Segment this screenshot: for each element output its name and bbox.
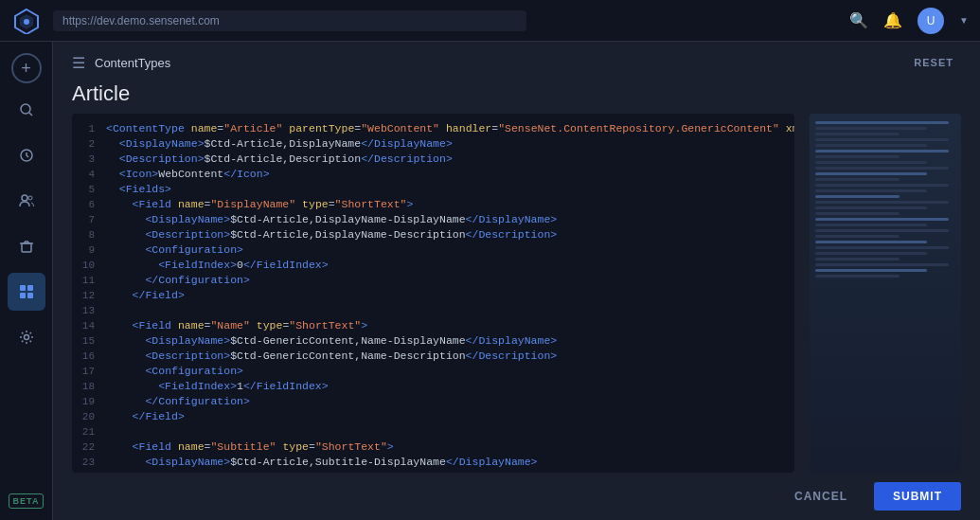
table-row: 20 </Field> [72, 409, 794, 424]
topbar: https://dev.demo.sensenet.com 🔍 🔔 U ▼ [0, 0, 980, 42]
preview-line [815, 189, 927, 192]
svg-point-7 [28, 196, 32, 200]
preview-line [815, 275, 900, 278]
reset-button[interactable]: RESET [906, 53, 961, 72]
preview-line [815, 229, 949, 232]
table-row: 19 </Configuration> [72, 394, 794, 409]
preview-line [815, 133, 900, 135]
preview-line [815, 144, 927, 147]
sidebar-item-users[interactable] [8, 182, 45, 220]
title-bar: ☰ ContentTypes RESET [53, 42, 980, 78]
preview-line [815, 195, 900, 198]
preview-line [815, 212, 900, 215]
svg-rect-13 [20, 285, 26, 291]
table-row: 6 <Field name="DisplayName" type="ShortT… [72, 197, 794, 212]
preview-line [815, 138, 949, 141]
main-layout: + [0, 42, 980, 520]
bottom-bar: CANCEL SUBMIT [53, 473, 980, 520]
table-row: 13 [72, 303, 794, 318]
sidebar-item-history[interactable] [8, 136, 45, 174]
sidebar-item-content-types[interactable] [8, 273, 45, 311]
sidebar-add-button[interactable]: + [11, 53, 42, 83]
preview-line [815, 246, 949, 249]
svg-point-6 [22, 195, 27, 201]
sidebar: + [0, 42, 53, 520]
table-row: 12 </Field> [72, 288, 794, 303]
preview-line [815, 218, 949, 221]
table-row: 9 <Configuration> [72, 242, 794, 258]
app-logo[interactable] [11, 6, 42, 36]
svg-point-3 [21, 104, 30, 114]
preview-line [815, 206, 927, 209]
chevron-down-icon[interactable]: ▼ [959, 15, 969, 26]
editor-container: 1 <ContentType name="Article" parentType… [53, 114, 980, 473]
page-title: Article [72, 81, 130, 106]
notification-icon[interactable]: 🔔 [883, 11, 902, 29]
preview-lines [810, 114, 961, 285]
url-bar[interactable]: https://dev.demo.sensenet.com [53, 10, 526, 31]
svg-line-4 [29, 113, 32, 116]
table-row: 3 <Description>$Ctd-Article,Description<… [72, 152, 794, 167]
preview-line [815, 269, 927, 272]
preview-line [815, 184, 949, 187]
svg-point-17 [24, 335, 28, 340]
preview-line [815, 178, 900, 181]
table-row: 16 <Description>$Ctd-GenericContent,Name… [72, 349, 794, 364]
svg-rect-15 [20, 293, 26, 298]
breadcrumb: ContentTypes [95, 56, 170, 70]
preview-panel [810, 114, 961, 473]
preview-content [810, 114, 961, 473]
svg-rect-8 [22, 243, 31, 252]
sidebar-item-search[interactable] [8, 91, 45, 129]
table-row: 2 <DisplayName>$Ctd-Article,DisplayName<… [72, 136, 794, 152]
sidebar-item-trash[interactable] [8, 227, 45, 265]
table-row: 17 <Configuration> [72, 364, 794, 379]
table-row: 14 <Field name="Name" type="ShortText"> [72, 318, 794, 333]
content-area: ☰ ContentTypes RESET Article 1 <ContentT… [53, 42, 980, 520]
table-row: 1 <ContentType name="Article" parentType… [72, 121, 794, 136]
avatar[interactable]: U [918, 8, 944, 34]
preview-line [815, 150, 949, 152]
svg-rect-14 [27, 285, 33, 291]
preview-line [815, 121, 949, 124]
table-row: 5 <Fields> [72, 182, 794, 197]
preview-line [815, 127, 927, 130]
table-row: 21 [72, 424, 794, 439]
cancel-button[interactable]: CANCEL [779, 482, 863, 511]
preview-line [815, 167, 949, 170]
table-row: 15 <DisplayName>$Ctd-GenericContent,Name… [72, 333, 794, 349]
preview-line [815, 252, 927, 255]
svg-rect-16 [27, 293, 33, 298]
table-row: 4 <Icon>WebContent</Icon> [72, 167, 794, 182]
code-editor[interactable]: 1 <ContentType name="Article" parentType… [72, 114, 794, 473]
table-row: 11 </Configuration> [72, 273, 794, 288]
table-row: 10 <FieldIndex>0</FieldIndex> [72, 258, 794, 273]
hamburger-icon[interactable]: ☰ [72, 54, 85, 72]
preview-line [815, 258, 900, 260]
search-icon[interactable]: 🔍 [849, 11, 868, 29]
table-row: 18 <FieldIndex>1</FieldIndex> [72, 379, 794, 394]
preview-line [815, 263, 949, 266]
topbar-right: 🔍 🔔 U ▼ [849, 8, 969, 34]
table-row: 8 <Description>$Ctd-Article,DisplayName-… [72, 227, 794, 242]
table-row: 23 <DisplayName>$Ctd-Article,Subtitle-Di… [72, 455, 794, 470]
beta-badge: BETA [9, 493, 45, 509]
table-row: 7 <DisplayName>$Ctd-Article,DisplayName-… [72, 212, 794, 227]
preview-line [815, 201, 949, 204]
preview-line [815, 161, 927, 164]
svg-point-2 [24, 19, 29, 25]
preview-line [815, 235, 900, 238]
sidebar-item-settings[interactable] [8, 318, 45, 356]
preview-line [815, 224, 927, 226]
table-row: 22 <Field name="Subtitle" type="ShortTex… [72, 439, 794, 455]
page-title-bar: Article [53, 78, 980, 114]
preview-line [815, 172, 927, 175]
submit-button[interactable]: SUBMIT [874, 482, 961, 511]
preview-line [815, 241, 927, 243]
preview-line [815, 155, 900, 158]
